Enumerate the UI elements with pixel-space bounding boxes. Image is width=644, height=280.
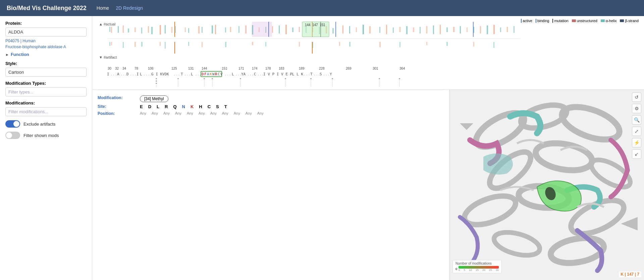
protein-label: Protein: <box>5 21 87 26</box>
legend-unstructured: unstructured <box>572 19 597 23</box>
svg-text:151: 151 <box>320 23 325 27</box>
chart-area: active binding mutation unstructured α-h… <box>92 16 644 90</box>
svg-point-162 <box>204 78 205 79</box>
svg-rect-14 <box>279 25 280 33</box>
svg-text:L L K: L L K <box>292 72 303 76</box>
aa-D: D <box>148 104 151 109</box>
reset-view-button[interactable]: ↺ <box>632 92 641 102</box>
svg-text:183: 183 <box>279 67 284 70</box>
exclude-artifacts-row: Exclude artifacts <box>5 120 87 128</box>
viewer-controls: ↺ ⚙ 🔍 ⤢ ⚡ ↙ <box>632 92 641 159</box>
pos-N: Any <box>199 111 205 115</box>
zoom-button[interactable]: 🔍 <box>632 115 641 125</box>
svg-rect-83 <box>399 42 400 47</box>
seq-numbers: 30 32 34 78 106 125 131 144 151 171 174 … <box>108 67 405 70</box>
chart-legend: active binding mutation unstructured α-h… <box>521 19 639 23</box>
svg-rect-19 <box>349 26 350 33</box>
svg-rect-23 <box>406 26 408 34</box>
svg-text:30: 30 <box>108 67 112 70</box>
svg-rect-51 <box>369 26 371 33</box>
svg-rect-26 <box>446 27 448 32</box>
style-input[interactable] <box>5 68 87 77</box>
svg-rect-57 <box>453 27 454 32</box>
aa-R: R <box>165 104 168 109</box>
function-row[interactable]: ► Function <box>5 52 87 57</box>
svg-text:L: L <box>191 72 193 76</box>
svg-rect-30 <box>500 27 501 32</box>
svg-rect-55 <box>426 26 427 33</box>
aa-H-letter: H <box>199 104 202 109</box>
svg-text:A: A <box>207 72 209 76</box>
style-section: Style: <box>5 61 87 77</box>
svg-rect-2 <box>128 28 129 32</box>
viewer-legend: Number of modifications 0 051015202530 <box>452 260 502 273</box>
color-gradient-bar <box>459 266 499 269</box>
svg-text:269: 269 <box>346 67 352 70</box>
beta-strand-rect-icon <box>620 19 624 22</box>
pos-K: Any <box>210 111 217 115</box>
svg-rect-22 <box>393 27 394 33</box>
filter-shown-mods-toggle[interactable] <box>5 132 20 139</box>
svg-rect-24 <box>420 27 421 33</box>
pos-E-val: Any <box>140 111 146 115</box>
settings-button[interactable]: ⚙ <box>632 104 641 113</box>
main-layout: Protein: P04075 | Human Fructose-bisphos… <box>0 16 644 280</box>
svg-rect-4 <box>151 27 153 34</box>
protein-input[interactable] <box>5 27 87 37</box>
svg-rect-32 <box>111 27 112 33</box>
svg-point-176 <box>399 78 400 79</box>
svg-rect-11 <box>238 26 239 33</box>
svg-text:...: ... <box>173 72 180 76</box>
svg-text:A: A <box>117 72 119 76</box>
svg-text:106: 106 <box>148 67 154 70</box>
protein-3d-svg[interactable] <box>450 90 644 280</box>
position-label: Position: <box>98 111 138 116</box>
svg-point-168 <box>285 78 286 79</box>
svg-rect-76 <box>141 42 143 47</box>
svg-text:D: D <box>126 72 129 76</box>
svg-rect-74 <box>109 42 110 46</box>
legend-active: active <box>521 19 532 23</box>
legend-beta-strand: β-strand <box>620 19 639 23</box>
exclude-artifacts-toggle[interactable] <box>5 120 20 128</box>
svg-text:L: L <box>140 72 142 76</box>
active-line-icon <box>521 19 522 23</box>
viewer-legend-label: Number of modifications <box>455 262 499 265</box>
svg-rect-73 <box>252 22 272 37</box>
svg-rect-49 <box>342 25 343 33</box>
exclude-artifacts-label: Exclude artifacts <box>23 122 55 127</box>
site-label: Site: <box>98 104 138 109</box>
nav-2d-redesign[interactable]: 2D Redesign <box>116 5 143 11</box>
svg-text:178: 178 <box>265 67 271 70</box>
aa-T-letter: T <box>224 104 227 109</box>
pos-L: Any <box>163 111 170 115</box>
sequence-chart-svg[interactable]: ▲ #actual ▼ #artifact <box>98 20 520 87</box>
svg-rect-91 <box>299 42 300 47</box>
svg-text:T: T <box>181 72 183 76</box>
svg-rect-84 <box>446 42 448 46</box>
mods-input[interactable] <box>5 107 87 116</box>
protein-section: Protein: P04075 | Human Fructose-bisphos… <box>5 21 87 57</box>
aa-C-letter: C <box>208 104 211 109</box>
protein-3d-view[interactable]: ↺ ⚙ 🔍 ⤢ ⚡ ↙ Number of modifications 0 <box>450 90 644 280</box>
svg-text:...: ... <box>184 72 191 76</box>
expand-button[interactable]: ⤢ <box>632 127 641 136</box>
pos-S-val: Any <box>246 111 252 115</box>
pos-L-val: Any <box>163 111 170 115</box>
actual-label: ▲ #actual <box>99 22 115 26</box>
filter-button[interactable]: ⚡ <box>632 138 641 147</box>
info-button[interactable]: ↙ <box>632 149 641 159</box>
svg-rect-15 <box>292 27 293 32</box>
pos-H-val: Any <box>222 111 228 115</box>
pos-C: Any <box>234 111 240 115</box>
pos-R-val: Any <box>175 111 181 115</box>
aa-E: E <box>140 104 143 109</box>
mod-types-input[interactable] <box>5 87 87 96</box>
svg-text:R: R <box>215 72 217 76</box>
nav-home[interactable]: Home <box>97 5 109 11</box>
svg-text:125: 125 <box>171 67 177 70</box>
pos-D-val: Any <box>152 111 158 115</box>
aa-K: K <box>191 104 194 109</box>
aa-S-letter: S <box>216 104 219 109</box>
svg-rect-52 <box>386 25 387 34</box>
